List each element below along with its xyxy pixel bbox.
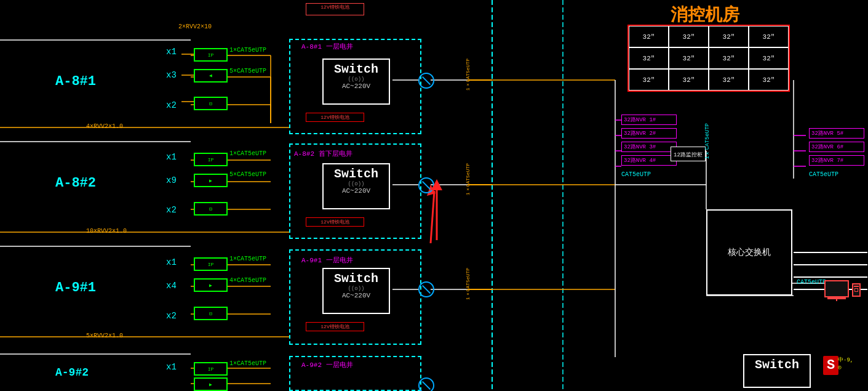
cyan-enclosure-1 (289, 39, 421, 134)
monitor-cell-2-1: 32" (629, 47, 669, 69)
nvr-box-2: 32路NVR 2# (621, 128, 677, 139)
cyan-enclosure-3 (289, 249, 421, 345)
computer-tower (852, 283, 861, 297)
nvr-box-3: 32路NVR 3# (621, 142, 677, 152)
nvr-box-7: 32路NVR 7# (809, 155, 864, 166)
nvr-box-1: 32路NVR 1# (621, 115, 677, 125)
count-x4-1: x4 (166, 281, 177, 291)
wire-label-3: 5×RVV2×1.0 (86, 333, 123, 339)
monitor-grid: 32" 32" 32" 32" 32" 32" 32" 32" 32" 32" … (627, 25, 790, 92)
cam-ip-2-1: IP (194, 153, 228, 166)
cat5-nvr-right: CAT5eUTP (809, 171, 838, 178)
cam-ip-4-2: ▶ (194, 377, 228, 391)
cat5-label-1-4: 5×CAT5eUTP (229, 171, 266, 178)
cyan-enclosure-4 (289, 356, 421, 391)
cam-ip-3-1: IP (194, 257, 228, 271)
cam-ip-4-1: IP (194, 362, 228, 376)
cat5-vert-section1: 1×CAT5eUTP (465, 58, 471, 91)
circle-sign-4 (418, 377, 434, 391)
cam-ip-1-1: IP (194, 48, 228, 62)
cyan-enclosure-2 (289, 143, 421, 239)
section-a8-2-label: A-8#2 (55, 175, 96, 191)
monitor-cell-2-2: 32" (669, 47, 709, 69)
count-x1-2: x1 (166, 152, 177, 162)
cat5-label-1-1: 1×CAT5eUTP (229, 47, 266, 54)
monitor-cell-3-3: 32" (709, 69, 749, 91)
room-title: 消控机房 (671, 3, 739, 26)
cat5-vert-section3: 1×CAT5eUTP (465, 268, 471, 300)
cam-ip-3-3: ⊟ (194, 307, 228, 320)
count-x2-3: x2 (166, 311, 177, 321)
cat5-label-1-3: 1×CAT5eUTP (229, 150, 266, 157)
nvr-box-4: 32路NVR 4# (621, 155, 677, 166)
monitor-cell-3-4: 32" (749, 69, 789, 91)
circle-sign-3 (418, 281, 434, 297)
monitor-cell-1-3: 32" (709, 26, 749, 47)
count-x9-1: x9 (166, 175, 177, 185)
count-x2-1: x2 (166, 100, 177, 110)
cat5-computer: CAT5eUTP (797, 279, 826, 286)
count-x2-2: x2 (166, 205, 177, 215)
wire-label-top: 2×RVV2×10 (178, 23, 212, 30)
circle-sign-1 (418, 73, 434, 89)
cat5-label-1-7: 1×CAT5eUTP (229, 360, 266, 367)
power-top: 12V锂铁电池 (306, 3, 364, 15)
cat5-label-1-2: 5×CAT5eUTP (229, 68, 266, 75)
brand-text: 中·9,◎ (838, 357, 853, 371)
wire-label-2: 10×RVV2×1.0 (86, 228, 127, 235)
computer-area (824, 280, 849, 299)
core-switch-label: 核心交换机 (728, 247, 771, 258)
cam-ip-1-3: ⊟ (194, 97, 228, 110)
cat5-label-1-5: 1×CAT5eUTP (229, 256, 266, 262)
12channel-box: 12路监控柜 (671, 147, 706, 161)
cam-ip-2-3: ⊟ (194, 202, 228, 216)
section-a8-1-label: A-8#1 (55, 74, 96, 89)
monitor-cell-3-2: 32" (669, 69, 709, 91)
computer-monitor (824, 280, 849, 297)
cat5-nvr-left: CAT5eUTP (621, 171, 651, 178)
brand-s-logo: S (823, 356, 838, 375)
count-x1-3: x1 (166, 257, 177, 267)
section-a9-2-label: A-9#2 (55, 366, 89, 379)
switch-label-4: Switch (744, 355, 810, 372)
monitor-cell-1-4: 32" (749, 26, 789, 47)
monitor-cell-2-4: 32" (749, 47, 789, 69)
monitor-cell-1-2: 32" (669, 26, 709, 47)
monitor-cell-3-1: 32" (629, 69, 669, 91)
cat5-vertical-1: 1×CAT5eUTP (704, 123, 711, 159)
red-arrow-svg (424, 179, 449, 246)
cam-ip-2-2: ▶ (194, 174, 228, 187)
wire-label-1: 4×RVV2×1.0 (86, 123, 123, 130)
section-a9-1-label: A-9#1 (55, 280, 96, 296)
count-x1-4: x1 (166, 362, 177, 372)
nvr-box-5: 32路NVR 5# (809, 128, 864, 139)
nvr-box-6: 32路NVR 6# (809, 142, 864, 152)
monitor-cell-1-1: 32" (629, 26, 669, 47)
switch-box-4: Switch (743, 354, 811, 388)
count-x1-1: x1 (166, 47, 177, 57)
count-x3-1: x3 (166, 70, 177, 80)
monitor-cell-2-3: 32" (709, 47, 749, 69)
core-switch-box: 核心交换机 (706, 209, 792, 296)
cam-ip-1-2: ▶ (194, 69, 228, 83)
cam-ip-3-2: ▶ (194, 278, 228, 292)
cat5-label-1-6: 4×CAT5eUTP (229, 277, 266, 284)
cat5-vert-section2: 1×CAT5eUTP (465, 163, 471, 195)
